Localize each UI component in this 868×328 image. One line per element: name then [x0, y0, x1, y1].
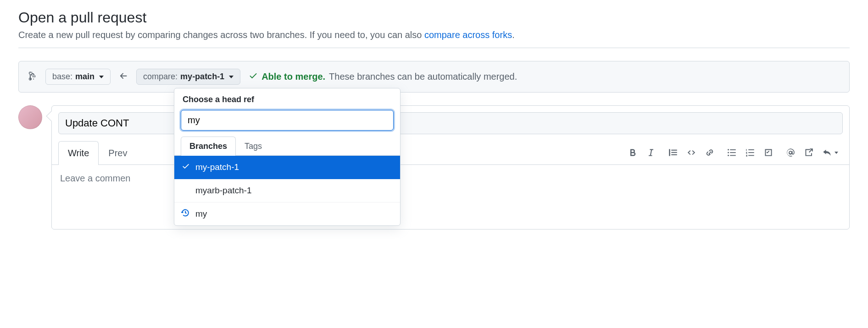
bullet-list-icon[interactable] — [727, 148, 736, 157]
dropdown-list: my-patch-1 myarb-patch-1 my — [174, 156, 400, 225]
tab-branches[interactable]: Branches — [181, 137, 236, 156]
numbered-list-icon[interactable] — [746, 148, 755, 157]
merge-status: Able to merge. These branches can be aut… — [249, 71, 517, 82]
page-title: Open a pull request — [18, 9, 850, 26]
compare-forks-link[interactable]: compare across forks — [424, 30, 512, 40]
comment-textarea[interactable]: Leave a commen — [52, 165, 849, 229]
arrow-left-icon — [119, 71, 128, 82]
header-divider — [18, 48, 850, 48]
reply-icon[interactable] — [823, 148, 838, 157]
tab-write[interactable]: Write — [58, 141, 99, 165]
link-icon[interactable] — [705, 148, 714, 157]
ref-search-input[interactable] — [181, 110, 394, 131]
tab-tags[interactable]: Tags — [236, 137, 271, 156]
task-list-icon[interactable] — [764, 148, 773, 157]
compare-bar: base: main compare: my-patch-1 Able to m… — [18, 61, 850, 93]
svg-point-0 — [728, 149, 729, 150]
svg-point-2 — [728, 155, 729, 156]
compare-label: compare: — [143, 72, 178, 82]
bold-icon[interactable] — [628, 148, 637, 157]
page-subtitle: Create a new pull request by comparing c… — [18, 30, 850, 40]
tab-preview[interactable]: Prev — [99, 141, 137, 165]
comment-box: Write Prev — [51, 105, 850, 230]
branch-option-label: my-patch-1 — [195, 162, 239, 172]
subtitle-text: Create a new pull request by comparing c… — [18, 30, 424, 40]
mention-icon[interactable] — [786, 148, 795, 157]
branch-option-label: myarb-patch-1 — [195, 186, 252, 195]
history-option-label: my — [195, 209, 207, 219]
head-ref-dropdown: Choose a head ref Branches Tags my-patch… — [174, 88, 401, 226]
check-icon — [249, 71, 258, 82]
italic-icon[interactable] — [646, 148, 656, 157]
check-icon — [182, 162, 190, 173]
git-compare-icon — [27, 71, 37, 83]
comment-section: Write Prev — [18, 105, 850, 230]
base-label: base: — [52, 72, 72, 82]
merge-rest-text: These branches can be automatically merg… — [329, 71, 517, 82]
avatar[interactable] — [18, 105, 42, 129]
base-branch-button[interactable]: base: main — [45, 69, 111, 85]
history-option[interactable]: my — [174, 202, 400, 225]
editor-toolbar — [628, 148, 843, 157]
dropdown-title: Choose a head ref — [174, 88, 400, 110]
branch-option[interactable]: myarb-patch-1 — [174, 179, 400, 202]
subtitle-post: . — [512, 30, 515, 40]
history-icon — [181, 208, 190, 220]
branch-option[interactable]: my-patch-1 — [174, 156, 400, 179]
quote-icon[interactable] — [668, 148, 678, 157]
cross-reference-icon[interactable] — [804, 148, 813, 157]
chevron-down-icon — [835, 152, 838, 154]
base-value: main — [75, 72, 95, 82]
svg-point-1 — [728, 152, 729, 153]
compare-value: my-patch-1 — [180, 72, 224, 82]
compare-branch-button[interactable]: compare: my-patch-1 — [136, 69, 240, 85]
chevron-down-icon — [99, 76, 104, 78]
dropdown-tabs: Branches Tags — [174, 136, 400, 156]
editor-tabs: Write Prev — [52, 141, 849, 165]
code-icon[interactable] — [687, 148, 696, 157]
chevron-down-icon — [229, 76, 234, 78]
merge-ok-text: Able to merge. — [262, 71, 325, 82]
comment-placeholder: Leave a commen — [60, 173, 130, 183]
